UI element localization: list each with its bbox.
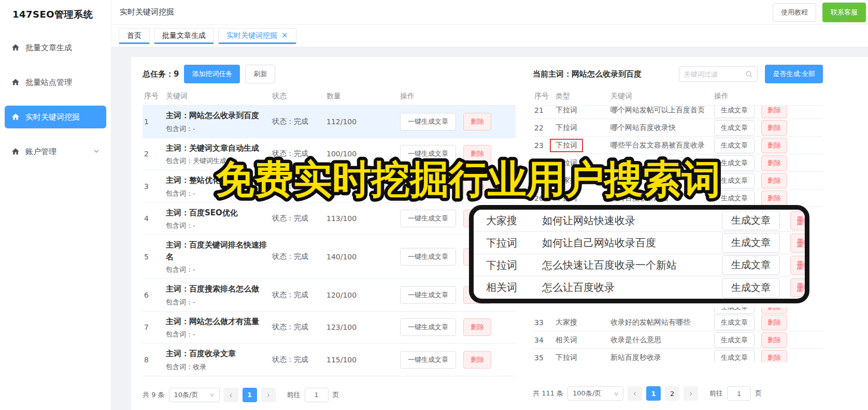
delete-button[interactable]: 删除 [463, 351, 491, 369]
tab[interactable]: 首页 × [119, 28, 150, 44]
generate-article-button[interactable]: 生成文章 [714, 332, 755, 348]
generate-article-button[interactable]: 一键生成文章 [400, 248, 456, 266]
column-type: 类型 [556, 92, 610, 101]
partial-row: 生成文章 删除 [533, 307, 823, 314]
delete-button[interactable]: 删除 [761, 155, 787, 171]
delete-button[interactable]: 删除 [463, 318, 491, 336]
total-tasks-count: 9 [174, 69, 179, 79]
task-row[interactable]: 1 主词：网站怎么收录到百度 包含词：- 状态：完成 112/100 一键生成文… [143, 106, 516, 138]
page-number-current[interactable]: 1 [243, 388, 257, 402]
task-main-word: 主词：百度关键词排名快速排名 [166, 239, 272, 262]
delete-button[interactable]: 删除 [761, 173, 787, 188]
goto-page-input[interactable] [305, 388, 329, 402]
task-row[interactable]: 6 主词：百度搜索排名怎么做 包含词：- 状态：完成 120/100 一键生成文… [143, 279, 516, 312]
generate-article-button[interactable]: 生成文章 [714, 350, 755, 363]
sidebar-item-label: 批量站点管理 [25, 78, 72, 87]
goto-page-input[interactable] [727, 386, 751, 401]
delete-button[interactable]: 删除 [761, 307, 787, 314]
page-number[interactable]: 2 [665, 386, 679, 401]
delete-button[interactable]: 删除 [761, 315, 787, 330]
prev-page-button[interactable]: ‹ [224, 388, 238, 402]
delete-button[interactable]: 删除 [463, 113, 491, 130]
generate-article-button[interactable]: 生成文章 [714, 106, 755, 118]
generate-filter-button[interactable]: 是否生成:全部 [765, 65, 823, 83]
add-task-button[interactable]: 添加挖词任务 [184, 65, 240, 83]
keyword-row[interactable]: 24 下拉词 生成文章 删除 [533, 154, 823, 172]
task-row[interactable]: 2 主词：关键词文章自动生成 包含词：关键词生成 状态：完成 100/100 一… [143, 138, 516, 171]
keyword-type: 下拉词 [486, 258, 542, 272]
keyword-row[interactable]: 25 大家搜 生成文章 删除 [533, 172, 823, 189]
generate-article-button[interactable]: 生成文章 [722, 255, 780, 275]
keyword-row[interactable]: 21 下拉词 哪个网站发帖可以上百度首页 生成文章 删除 [533, 106, 823, 119]
sidebar-item-label: 账户管理 [25, 147, 56, 157]
keyword-row[interactable]: 33 大家搜 收录好的发帖网站有哪些 生成文章 删除 [533, 314, 823, 331]
keyword-type: 下拉词 [556, 106, 610, 115]
generate-article-button[interactable]: 一键生成文章 [400, 178, 456, 195]
delete-button[interactable]: 删除 [463, 178, 491, 195]
delete-button[interactable]: 删除 [761, 120, 787, 136]
generate-article-button[interactable]: 生成文章 [714, 315, 755, 330]
generate-article-button[interactable]: 生成文章 [722, 278, 780, 298]
generate-article-button[interactable]: 生成文章 [714, 120, 755, 136]
contact-support-button[interactable]: 联系客服 [822, 3, 866, 22]
delete-button[interactable]: 删除 [463, 145, 491, 163]
task-row[interactable]: 5 主词：百度关键词排名快速排名 包含词：- 状态：完成 140/100 一键生… [143, 235, 516, 279]
refresh-button[interactable]: 刷新 [245, 65, 275, 83]
delete-button[interactable]: 删除 [761, 332, 787, 348]
page-number-current[interactable]: 1 [646, 386, 661, 401]
sidebar-item[interactable]: 账户管理 [5, 140, 106, 163]
keyword-row[interactable]: 35 下拉词 新站百度秒收录 生成文章 删除 [533, 349, 823, 362]
sidebar-item[interactable]: 实时关键词挖掘 [5, 106, 106, 128]
generate-article-button[interactable]: 一键生成文章 [400, 286, 456, 304]
generate-article-button[interactable]: 生成文章 [714, 138, 755, 153]
close-icon[interactable]: × [281, 28, 288, 42]
total-tasks-label: 总任务：9 [143, 69, 179, 79]
next-page-button[interactable]: › [261, 388, 276, 402]
generate-article-button[interactable]: 一键生成文章 [400, 351, 456, 369]
generate-article-button[interactable]: 一键生成文章 [400, 210, 456, 227]
keyword-row[interactable]: 23 下拉词 哪些平台发文容易被百度收录 生成文章 删除 [533, 137, 823, 154]
task-row[interactable]: 3 主词：整站优化 包含词：- 状态：完成 一键生成文章 删除 [143, 170, 516, 203]
tab[interactable]: 批量文章生成 × [154, 28, 214, 44]
task-row[interactable]: 7 主词：网站怎么做才有流量 包含词：- 状态：完成 123/100 一键生成文… [143, 312, 516, 344]
task-qty: 113/100 [326, 214, 389, 223]
sidebar-item[interactable]: 批量站点管理 [5, 71, 106, 94]
delete-button[interactable]: 删除 [761, 350, 787, 363]
home-icon [11, 148, 20, 156]
delete-button[interactable]: 删除 [790, 256, 809, 275]
tasks-table-header: 序号 关键词 状态 数量 操作 [143, 87, 516, 106]
generate-article-button[interactable]: 生成文章 [722, 233, 780, 253]
topbar: 实时关键词挖掘 使用教程 联系客服 [111, 0, 868, 25]
delete-button[interactable]: 删除 [790, 233, 809, 253]
delete-button[interactable]: 删除 [790, 278, 809, 297]
keyword-row[interactable]: 34 相关词 收录是什么意思 生成文章 删除 [533, 331, 823, 349]
tutorial-button[interactable]: 使用教程 [773, 3, 816, 22]
home-icon [11, 78, 20, 86]
generate-article-button[interactable]: 生成文章 [714, 173, 755, 188]
delete-button[interactable]: 删除 [761, 191, 787, 206]
delete-button[interactable]: 删除 [761, 106, 787, 118]
keyword-row[interactable]: 26 下拉词 如何百度收录网站 生成文章 删除 [533, 189, 823, 207]
generate-article-button[interactable]: 生成文章 [714, 307, 755, 314]
task-row[interactable]: 4 主词：百度SEO优化 包含词：- 状态：完成 113/100 一键生成文章 … [143, 203, 516, 236]
tasks-panel: 总任务：9 添加挖词任务 刷新 序号 关键词 状态 数量 操作 1 主词：网站怎… [143, 66, 516, 402]
page-size-select[interactable]: 100条/页 ∨ [567, 386, 623, 401]
chevron-down-icon: ∨ [209, 391, 215, 398]
generate-article-button[interactable]: 一键生成文章 [400, 318, 456, 336]
generate-article-button[interactable]: 一键生成文章 [400, 145, 456, 163]
generate-article-button[interactable]: 生成文章 [714, 155, 755, 171]
keyword-filter-input[interactable] [684, 70, 742, 78]
generate-article-button[interactable]: 一键生成文章 [400, 113, 456, 130]
next-page-button[interactable]: › [684, 386, 698, 401]
generate-article-button[interactable]: 生成文章 [714, 191, 755, 206]
delete-button[interactable]: 删除 [761, 138, 787, 153]
delete-button[interactable]: 删除 [790, 211, 809, 230]
page-size-select[interactable]: 10条/页 ∨ [169, 388, 220, 402]
tab[interactable]: 实时关键词挖掘 × [218, 28, 296, 44]
sidebar-item[interactable]: 批量文章生成 [5, 36, 106, 59]
generate-article-button[interactable]: 生成文章 [722, 211, 780, 230]
prev-page-button[interactable]: ‹ [628, 386, 642, 401]
task-row[interactable]: 8 主词：百度收录文章 包含词：收录 状态：完成 115/100 一键生成文章 … [143, 344, 516, 376]
task-main-word: 主词：百度SEO优化 [166, 207, 272, 219]
keyword-row[interactable]: 22 下拉词 哪个网站百度收录快 生成文章 删除 [533, 119, 823, 137]
